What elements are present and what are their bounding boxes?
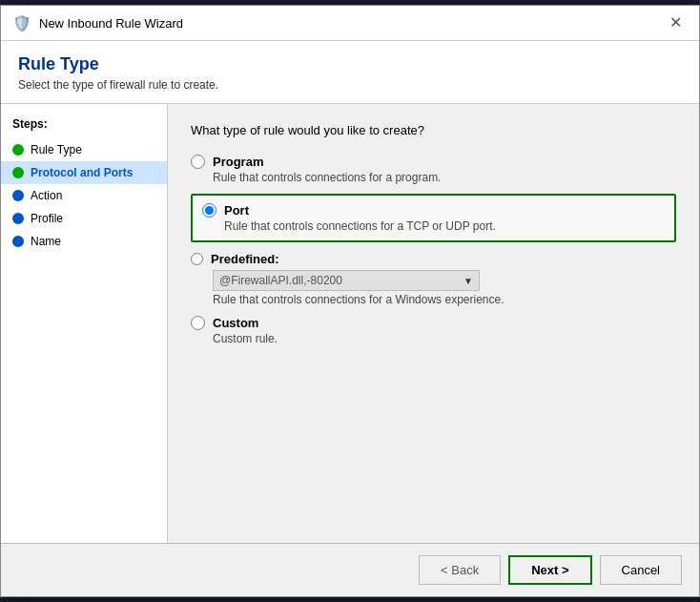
- option-port-row: Port: [202, 203, 665, 218]
- predefined-dropdown-value: @FirewallAPI.dll,-80200: [219, 274, 342, 287]
- sidebar-item-name[interactable]: Name: [1, 230, 167, 253]
- desc-custom: Custom rule.: [213, 332, 676, 345]
- predefined-dropdown[interactable]: @FirewallAPI.dll,-80200 ▼: [213, 270, 480, 291]
- next-button[interactable]: Next >: [508, 555, 591, 585]
- label-predefined[interactable]: Predefined:: [211, 252, 279, 266]
- sidebar-label-profile: Profile: [31, 212, 63, 225]
- dot-action: [12, 190, 24, 201]
- title-bar: 🛡️ New Inbound Rule Wizard ✕: [1, 6, 699, 41]
- option-group: Program Rule that controls connections f…: [191, 155, 676, 345]
- desc-predefined: Rule that controls connections for a Win…: [213, 293, 676, 306]
- radio-port[interactable]: [202, 203, 216, 218]
- page-title: Rule Type: [18, 54, 682, 74]
- wizard-window: 🛡️ New Inbound Rule Wizard ✕ Rule Type S…: [0, 5, 700, 597]
- main-question: What type of rule would you like to crea…: [191, 123, 676, 137]
- footer: < Back Next > Cancel: [1, 543, 699, 596]
- sidebar-item-action[interactable]: Action: [1, 184, 167, 207]
- option-predefined-row: Predefined:: [191, 252, 676, 266]
- steps-label: Steps:: [1, 117, 167, 138]
- sidebar-item-rule-type[interactable]: Rule Type: [1, 138, 167, 161]
- close-button[interactable]: ✕: [664, 13, 688, 32]
- sidebar-item-profile[interactable]: Profile: [1, 207, 167, 230]
- sidebar-label-rule-type: Rule Type: [31, 143, 82, 156]
- sidebar-label-protocol-and-ports: Protocol and Ports: [31, 166, 133, 179]
- label-custom[interactable]: Custom: [213, 316, 258, 330]
- cancel-button[interactable]: Cancel: [600, 555, 682, 585]
- content-area: Steps: Rule Type Protocol and Ports Acti…: [1, 104, 699, 543]
- radio-custom[interactable]: [191, 316, 205, 330]
- chevron-down-icon: ▼: [463, 276, 473, 286]
- window-title: New Inbound Rule Wizard: [39, 16, 183, 31]
- option-program-row: Program: [191, 155, 676, 169]
- label-port[interactable]: Port: [224, 203, 249, 218]
- radio-program[interactable]: [191, 155, 205, 169]
- title-bar-left: 🛡️ New Inbound Rule Wizard: [12, 13, 183, 32]
- sidebar-item-protocol-and-ports[interactable]: Protocol and Ports: [1, 161, 167, 184]
- option-custom: Custom Custom rule.: [191, 316, 676, 345]
- page-subtitle: Select the type of firewall rule to crea…: [18, 78, 682, 92]
- dot-rule-type: [12, 144, 24, 156]
- window-icon: 🛡️: [12, 13, 31, 32]
- option-port: Port Rule that controls connections for …: [191, 194, 676, 242]
- option-program: Program Rule that controls connections f…: [191, 155, 676, 184]
- sidebar-label-name: Name: [31, 235, 61, 248]
- sidebar: Steps: Rule Type Protocol and Ports Acti…: [1, 104, 168, 543]
- label-program[interactable]: Program: [213, 155, 263, 169]
- desc-port: Rule that controls connections for a TCP…: [224, 219, 665, 233]
- option-custom-row: Custom: [191, 316, 676, 330]
- header: Rule Type Select the type of firewall ru…: [1, 41, 699, 104]
- desc-program: Rule that controls connections for a pro…: [213, 171, 676, 184]
- dot-protocol-and-ports: [12, 167, 24, 178]
- dot-name: [12, 236, 24, 247]
- main-content: What type of rule would you like to crea…: [168, 104, 699, 543]
- radio-predefined[interactable]: [191, 253, 203, 265]
- back-button[interactable]: < Back: [419, 555, 501, 585]
- option-predefined: Predefined: @FirewallAPI.dll,-80200 ▼ Ru…: [191, 252, 676, 306]
- sidebar-label-action: Action: [31, 189, 62, 202]
- dot-profile: [12, 213, 24, 224]
